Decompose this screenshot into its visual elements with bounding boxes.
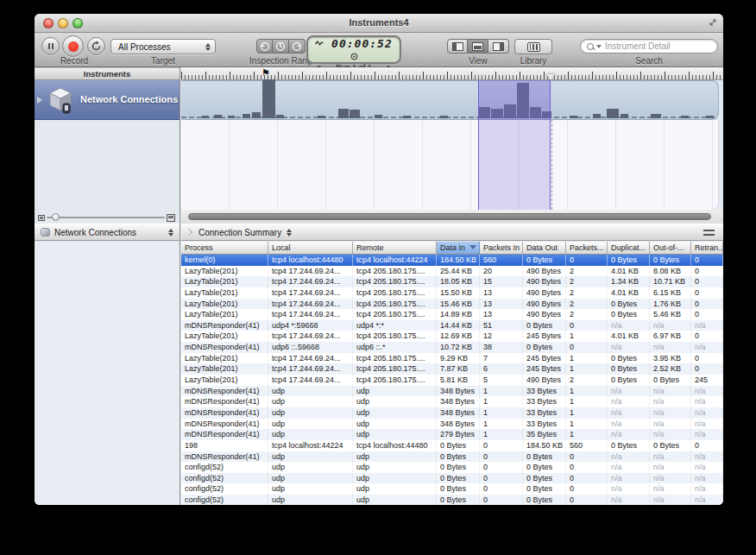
recording-flag-icon[interactable]: ⚑ bbox=[261, 67, 270, 79]
playhead-triangle-icon[interactable] bbox=[546, 74, 555, 80]
timeline-scrollbar[interactable] bbox=[181, 210, 723, 224]
table-cell: 15.50 KB bbox=[437, 287, 480, 299]
table-cell: 1 bbox=[566, 396, 608, 407]
table-row[interactable]: mDNSResponder(41)udpudp279 Bytes135 Byte… bbox=[181, 429, 723, 440]
table-row[interactable]: LazyTable(201)tcp4 17.244.69.24...tcp4 2… bbox=[181, 375, 723, 386]
table-row[interactable]: configd(52)udpudp0 Bytes00 Bytes0n/an/an… bbox=[181, 462, 723, 473]
column-header[interactable]: Out-of-... bbox=[650, 242, 691, 255]
table-cell: 1 bbox=[480, 429, 523, 440]
column-header[interactable]: Packets... bbox=[566, 242, 608, 255]
table-row[interactable]: LazyTable(201)tcp4 17.244.69.24...tcp4 2… bbox=[181, 266, 723, 277]
zoom-slider-knob[interactable] bbox=[52, 213, 60, 221]
table-cell: 9.29 KB bbox=[437, 353, 480, 364]
view-label: View bbox=[469, 56, 488, 66]
table-row[interactable]: mDNSResponder(41)udp4 *:59668udp4 *:*14.… bbox=[181, 320, 723, 331]
zoom-slider-track[interactable] bbox=[47, 217, 165, 218]
table-cell: udp bbox=[353, 473, 437, 484]
table-row[interactable]: LazyTable(201)tcp4 17.244.69.24...tcp4 2… bbox=[181, 276, 723, 287]
table-cell: n/a bbox=[608, 407, 650, 419]
timeline-and-detail-pane: ⚑ Connection Summary ProcessLocalRemoteD… bbox=[181, 67, 723, 505]
table-row[interactable]: LazyTable(201)tcp4 17.244.69.24...tcp4 2… bbox=[181, 363, 723, 375]
table-row[interactable]: mDNSResponder(41)udpudp348 Bytes133 Byte… bbox=[181, 407, 723, 419]
column-header[interactable]: Local bbox=[268, 242, 353, 255]
table-options-icon[interactable] bbox=[703, 230, 715, 236]
table-cell: mDNSResponder(41) bbox=[181, 342, 268, 353]
table-header: ProcessLocalRemoteData InPackets InData … bbox=[181, 242, 723, 255]
table-row[interactable]: mDNSResponder(41)udp6 ::.59668udp6 ::.*1… bbox=[181, 342, 723, 353]
table-cell: kernel(0) bbox=[181, 255, 268, 266]
view-left-pane-button[interactable] bbox=[447, 39, 468, 54]
target-value: All Processes bbox=[118, 42, 171, 52]
table-cell: n/a bbox=[608, 451, 650, 463]
title-bar[interactable]: Instruments4 bbox=[35, 14, 723, 33]
column-header[interactable]: Retran... bbox=[691, 242, 723, 255]
right-pane-icon bbox=[493, 42, 504, 51]
resize-grip-icon[interactable] bbox=[707, 16, 719, 28]
column-header[interactable]: Data Out bbox=[523, 242, 566, 255]
table-row[interactable]: LazyTable(201)tcp4 17.244.69.24...tcp4 2… bbox=[181, 331, 723, 342]
instrument-row-network-connections[interactable]: Network Connectionsi bbox=[35, 80, 180, 120]
track-detail-area[interactable] bbox=[181, 120, 719, 210]
timeline-ruler[interactable]: ⚑ bbox=[181, 67, 723, 80]
detail-sidebar-empty bbox=[35, 242, 180, 505]
table-cell: n/a bbox=[691, 462, 723, 473]
table-cell: 0 Bytes bbox=[437, 483, 480, 495]
table-row[interactable]: configd(52)udpudp0 Bytes00 Bytes0n/an/an… bbox=[181, 495, 723, 505]
column-header[interactable]: Process bbox=[181, 242, 268, 255]
view-right-pane-button[interactable] bbox=[488, 39, 509, 54]
network-activity-track[interactable] bbox=[181, 80, 719, 120]
table-cell: n/a bbox=[650, 483, 691, 495]
table-row[interactable]: LazyTable(201)tcp4 17.244.69.24...tcp4 2… bbox=[181, 309, 723, 320]
table-cell: n/a bbox=[691, 396, 723, 407]
breadcrumb-arrows-icon[interactable] bbox=[287, 229, 292, 237]
histogram-bar bbox=[706, 116, 714, 118]
table-cell: n/a bbox=[650, 342, 691, 353]
view-bottom-pane-button[interactable] bbox=[468, 39, 488, 54]
table-cell: 1 bbox=[566, 353, 608, 364]
range-start-icon bbox=[260, 41, 270, 52]
search-field[interactable]: Instrument Detail bbox=[580, 39, 718, 54]
table-row[interactable]: 198tcp4 localhost:44224tcp4 localhost:44… bbox=[181, 440, 723, 451]
inspection-range-end-button[interactable] bbox=[289, 39, 306, 54]
histogram-bar bbox=[681, 116, 689, 118]
disclosure-triangle-icon[interactable] bbox=[37, 97, 42, 104]
column-header[interactable]: Data In bbox=[437, 242, 480, 255]
histogram-bar bbox=[243, 114, 250, 118]
table-row[interactable]: kernel(0)tcp4 localhost:44480tcp4 localh… bbox=[181, 255, 723, 266]
table-row[interactable]: mDNSResponder(41)udpudp0 Bytes00 Bytes0n… bbox=[181, 451, 723, 463]
library-button[interactable] bbox=[514, 39, 552, 54]
detail-breadcrumb-bar: Connection Summary bbox=[181, 224, 723, 241]
table-row[interactable]: LazyTable(201)tcp4 17.244.69.24...tcp4 2… bbox=[181, 287, 723, 299]
table-row[interactable]: LazyTable(201)tcp4 17.244.69.24...tcp4 2… bbox=[181, 353, 723, 364]
instrument-selector-bar[interactable]: Network Connections bbox=[35, 224, 180, 241]
table-cell: tcp4 17.244.69.24... bbox=[268, 353, 353, 364]
pause-button[interactable] bbox=[41, 37, 60, 55]
column-header[interactable]: Packets In bbox=[480, 242, 523, 255]
breadcrumb[interactable]: Connection Summary bbox=[198, 228, 281, 237]
inspection-range-clock-button[interactable] bbox=[273, 39, 289, 54]
scrollbar-thumb[interactable] bbox=[188, 213, 711, 220]
table-cell: tcp4 205.180.175.... bbox=[353, 353, 437, 364]
column-header[interactable]: Duplicat... bbox=[608, 242, 650, 255]
table-cell: mDNSResponder(41) bbox=[181, 320, 268, 331]
table-cell: 0 bbox=[480, 451, 523, 463]
target-select[interactable]: All Processes bbox=[110, 39, 216, 54]
table-row[interactable]: mDNSResponder(41)udpudp348 Bytes133 Byte… bbox=[181, 386, 723, 397]
table-row[interactable]: mDNSResponder(41)udpudp348 Bytes133 Byte… bbox=[181, 419, 723, 430]
table-cell: 184.50 KB bbox=[523, 440, 566, 451]
table-row[interactable]: LazyTable(201)tcp4 17.244.69.24...tcp4 2… bbox=[181, 299, 723, 310]
instrument-name: Network Connectionsi bbox=[80, 94, 191, 105]
table-cell: n/a bbox=[691, 320, 723, 331]
table-row[interactable]: configd(52)udpudp0 Bytes00 Bytes0n/an/an… bbox=[181, 473, 723, 484]
table-cell: n/a bbox=[608, 473, 650, 484]
table-cell: 348 Bytes bbox=[437, 396, 480, 407]
table-cell: 33 Bytes bbox=[523, 396, 566, 407]
record-button[interactable] bbox=[62, 35, 84, 57]
table-row[interactable]: mDNSResponder(41)udpudp348 Bytes133 Byte… bbox=[181, 396, 723, 407]
time-selection-range[interactable] bbox=[478, 80, 551, 210]
inspection-range-start-button[interactable] bbox=[256, 39, 273, 54]
table-row[interactable]: configd(52)udpudp0 Bytes00 Bytes0n/an/an… bbox=[181, 483, 723, 495]
loop-button[interactable] bbox=[87, 37, 105, 55]
instruments-window: Instruments4 Record All Processes Target bbox=[35, 14, 723, 505]
column-header[interactable]: Remote bbox=[353, 242, 437, 255]
